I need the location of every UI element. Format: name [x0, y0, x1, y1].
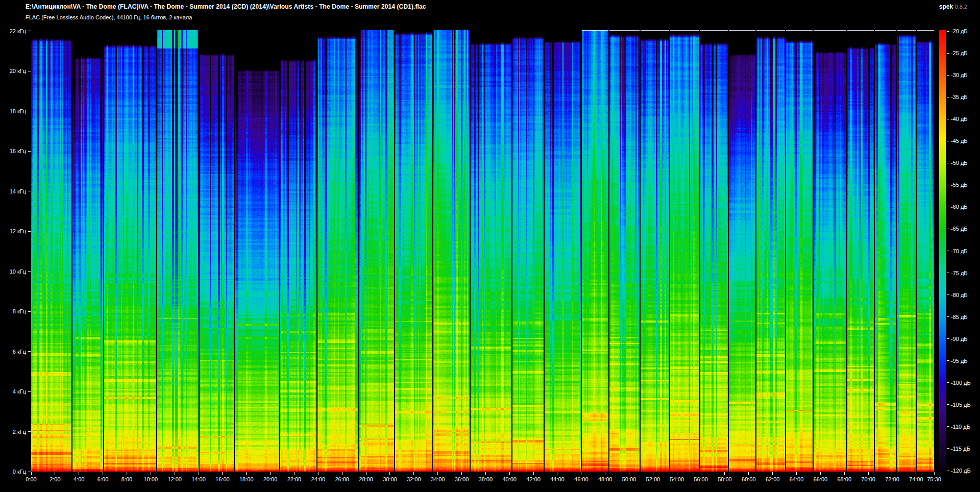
- frequency-label: 4 кГц: [1, 388, 26, 395]
- time-label: 52:00: [646, 476, 660, 482]
- time-tick: [55, 472, 55, 475]
- db-tick: [947, 207, 949, 207]
- db-label: -110 дБ: [951, 424, 970, 430]
- db-label: -55 дБ: [951, 182, 968, 188]
- time-label: 68:00: [838, 476, 852, 482]
- db-tick: [947, 360, 949, 361]
- time-tick: [103, 472, 103, 475]
- app-version: 0.8.2: [955, 4, 967, 10]
- db-tick: [947, 31, 949, 32]
- time-label: 16:00: [215, 476, 230, 482]
- db-label: -50 дБ: [951, 160, 968, 166]
- time-label: 12:00: [167, 476, 182, 482]
- time-tick: [820, 472, 821, 475]
- time-tick: [629, 472, 629, 475]
- frequency-label: 20 кГц: [1, 68, 26, 74]
- frequency-label: 16 кГц: [1, 148, 26, 154]
- time-tick: [653, 472, 653, 475]
- time-label: 56:00: [694, 476, 708, 482]
- time-tick: [796, 472, 797, 475]
- time-tick: [844, 472, 845, 475]
- db-tick: [947, 251, 949, 251]
- db-tick: [947, 141, 949, 141]
- time-label: 2:00: [50, 476, 60, 482]
- time-tick: [342, 472, 342, 475]
- db-tick: [947, 229, 949, 229]
- db-label: -80 дБ: [951, 292, 968, 298]
- legend-colorbar: [939, 30, 946, 472]
- db-label: -105 дБ: [951, 402, 971, 408]
- time-tick: [222, 472, 223, 475]
- db-tick: [947, 338, 949, 339]
- frequency-label: 12 кГц: [1, 228, 26, 234]
- db-label: -70 дБ: [951, 248, 968, 254]
- db-label: -20 дБ: [951, 28, 968, 34]
- time-label: 44:00: [550, 476, 565, 482]
- frequency-label: 18 кГц: [1, 108, 26, 114]
- time-label: 66:00: [814, 476, 828, 482]
- file-path-title: E:\Антициклон\VA - The Dome (FLAC)\VA - …: [26, 3, 426, 10]
- time-tick: [748, 472, 749, 475]
- time-tick: [127, 472, 127, 475]
- time-tick: [934, 472, 935, 475]
- db-label: -40 дБ: [951, 116, 968, 122]
- time-tick: [485, 472, 486, 475]
- time-label: 34:00: [431, 476, 445, 482]
- db-tick: [947, 97, 949, 97]
- time-tick: [772, 472, 773, 475]
- db-label: -45 дБ: [951, 138, 968, 144]
- time-label: 72:00: [885, 476, 899, 482]
- time-tick: [175, 472, 175, 475]
- time-label: 6:00: [97, 476, 108, 482]
- time-tick: [199, 472, 199, 475]
- time-tick: [461, 472, 462, 475]
- db-tick: [947, 273, 949, 273]
- time-tick: [151, 472, 151, 475]
- time-label: 8:00: [121, 476, 132, 482]
- frequency-label: 2 кГц: [1, 429, 26, 435]
- db-tick: [947, 382, 949, 383]
- time-tick: [916, 472, 916, 475]
- time-label: 22:00: [287, 476, 302, 482]
- time-label: 20:00: [263, 476, 278, 482]
- time-label: 54:00: [670, 476, 684, 482]
- db-tick: [947, 426, 949, 427]
- time-tick: [509, 472, 510, 475]
- time-label: 30:00: [383, 476, 397, 482]
- time-label: 75:30: [927, 476, 941, 482]
- time-label: 50:00: [622, 476, 636, 482]
- time-label: 4:00: [74, 476, 84, 482]
- time-tick: [605, 472, 605, 475]
- frequency-tick: [28, 472, 31, 472]
- format-info: FLAC (Free Lossless Audio Codec), 44100 …: [26, 14, 192, 20]
- frequency-label: 10 кГц: [1, 268, 26, 275]
- frequency-tick: [28, 311, 31, 312]
- time-tick: [246, 472, 247, 475]
- time-label: 74:00: [909, 476, 923, 482]
- time-tick: [437, 472, 438, 475]
- frequency-tick: [28, 71, 31, 71]
- db-tick: [947, 294, 949, 295]
- time-tick: [79, 472, 79, 475]
- time-tick: [366, 472, 366, 475]
- spek-window: E:\Антициклон\VA - The Dome (FLAC)\VA - …: [0, 0, 980, 492]
- time-tick: [724, 472, 725, 475]
- db-label: -30 дБ: [951, 72, 968, 78]
- time-label: 40:00: [502, 476, 517, 482]
- time-label: 46:00: [574, 476, 589, 482]
- frequency-label: 0 кГц: [1, 469, 26, 475]
- time-label: 28:00: [359, 476, 373, 482]
- db-label: -90 дБ: [951, 336, 968, 342]
- time-label: 10:00: [144, 476, 158, 482]
- db-tick: [947, 53, 949, 54]
- frequency-label: 22 кГц: [1, 28, 26, 34]
- db-label: -100 дБ: [951, 380, 971, 386]
- frequency-tick: [28, 151, 31, 152]
- time-label: 26:00: [335, 476, 349, 482]
- time-label: 38:00: [479, 476, 493, 482]
- time-label: 36:00: [455, 476, 469, 482]
- spectrogram-canvas: [31, 30, 934, 472]
- db-tick: [947, 471, 949, 471]
- time-label: 18:00: [239, 476, 254, 482]
- frequency-tick: [28, 391, 31, 392]
